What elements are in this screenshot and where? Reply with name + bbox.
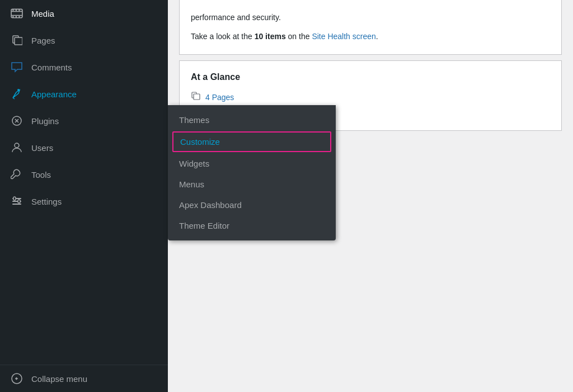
pages-icon <box>9 32 25 48</box>
submenu-widgets[interactable]: Widgets <box>168 153 336 174</box>
submenu-themes[interactable]: Themes <box>168 110 336 130</box>
sidebar-item-comments[interactable]: Comments <box>0 54 168 81</box>
intro-text-2: Take a look at the <box>191 32 255 41</box>
sidebar-item-pages-label: Pages <box>31 36 55 45</box>
submenu-customize[interactable]: Customize <box>172 131 331 152</box>
svg-rect-1 <box>11 11 22 12</box>
sidebar-item-pages[interactable]: Pages <box>0 27 168 54</box>
sidebar-item-tools[interactable]: Tools <box>0 161 168 188</box>
sidebar-item-appearance-label: Appearance <box>31 89 77 99</box>
svg-rect-8 <box>18 16 20 17</box>
intro-bold: 10 items <box>255 32 286 41</box>
sidebar-item-tools-label: Tools <box>31 170 51 180</box>
svg-point-11 <box>17 89 20 91</box>
sidebar-item-appearance[interactable]: Appearance <box>0 81 168 107</box>
collapse-icon <box>9 371 25 386</box>
sidebar-item-media[interactable]: Media <box>0 0 168 27</box>
svg-rect-19 <box>18 200 20 203</box>
svg-rect-6 <box>12 16 13 17</box>
sidebar-collapse[interactable]: Collapse menu <box>0 365 168 392</box>
tools-icon <box>9 167 25 182</box>
users-icon <box>9 140 25 155</box>
media-icon <box>9 6 25 21</box>
pages-glance-icon <box>191 91 201 103</box>
intro-card: performance and security. Take a look at… <box>179 0 562 55</box>
svg-rect-5 <box>18 9 20 11</box>
plugins-icon <box>9 113 25 129</box>
sidebar-item-settings-label: Settings <box>31 197 62 206</box>
sidebar-item-media-label: Media <box>31 9 54 18</box>
intro-text-4: . <box>376 32 378 41</box>
comments-icon <box>9 59 25 75</box>
sidebar-item-settings[interactable]: Settings <box>0 188 168 215</box>
svg-rect-2 <box>11 15 22 16</box>
intro-text-3: on the <box>286 32 312 41</box>
sidebar-item-users[interactable]: Users <box>0 134 168 161</box>
svg-rect-7 <box>16 16 17 17</box>
svg-line-12 <box>13 98 15 99</box>
sidebar-item-plugins[interactable]: Plugins <box>0 107 168 134</box>
site-health-link[interactable]: Site Health screen <box>312 32 375 41</box>
svg-rect-17 <box>12 204 21 205</box>
sidebar-item-plugins-label: Plugins <box>31 116 59 126</box>
glance-title: At a Glance <box>191 72 550 82</box>
svg-rect-3 <box>12 9 13 11</box>
svg-rect-18 <box>13 197 16 200</box>
intro-text-1: performance and security. <box>191 13 281 22</box>
appearance-submenu: Themes Customize Widgets Menus Apex Dash… <box>168 105 336 240</box>
sidebar-item-users-label: Users <box>31 143 53 153</box>
intro-paragraph-1: performance and security. <box>191 11 550 23</box>
appearance-icon <box>9 86 25 102</box>
sidebar: Media Pages Comments Appearance Plugins <box>0 0 168 392</box>
submenu-apex-dashboard[interactable]: Apex Dashboard <box>168 195 336 215</box>
pages-row: 4 Pages <box>191 91 550 103</box>
svg-rect-22 <box>194 94 200 100</box>
svg-rect-10 <box>15 37 22 45</box>
sidebar-item-comments-label: Comments <box>31 63 72 72</box>
submenu-theme-editor[interactable]: Theme Editor <box>168 215 336 236</box>
submenu-menus[interactable]: Menus <box>168 174 336 195</box>
sidebar-collapse-label: Collapse menu <box>31 374 87 384</box>
settings-icon <box>9 193 25 209</box>
svg-rect-4 <box>16 9 17 11</box>
intro-paragraph-2: Take a look at the 10 items on the Site … <box>191 30 550 42</box>
pages-count-link[interactable]: 4 Pages <box>205 93 234 102</box>
svg-point-14 <box>15 143 19 148</box>
